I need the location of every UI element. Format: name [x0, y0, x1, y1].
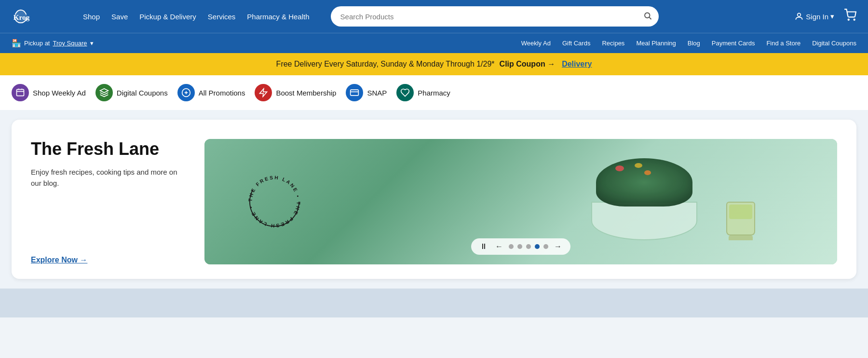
- carousel-dot-1[interactable]: [509, 244, 514, 249]
- carousel-next-button[interactable]: →: [552, 241, 564, 252]
- top-nav-right: Sign In ▾: [794, 9, 856, 24]
- top-navigation: Kroger Shop Save Pickup & Delivery Servi…: [0, 0, 868, 33]
- fresh-lane-circle: THE FRESH LANE • THE FRESH LANE •: [243, 170, 306, 233]
- pharmacy-icon: [396, 84, 414, 101]
- secondary-navigation: 🏪 Pickup at Troy Square ▾ Weekly Ad Gift…: [0, 33, 868, 53]
- weekly-ad-icon: [12, 84, 29, 101]
- sec-nav-digital-coupons[interactable]: Digital Coupons: [812, 40, 856, 47]
- nav-pickup-delivery[interactable]: Pickup & Delivery: [139, 13, 196, 21]
- digital-coupons-icon: [95, 84, 113, 101]
- svg-line-2: [649, 17, 651, 19]
- search-bar: [331, 6, 659, 27]
- svg-text:THE FRESH LANE • THE FRESH LAN: THE FRESH LANE • THE FRESH LANE •: [247, 175, 301, 228]
- bottom-bar: [0, 289, 868, 317]
- nav-pharmacy-health[interactable]: Pharmacy & Health: [247, 13, 309, 21]
- carousel-dot-3[interactable]: [526, 244, 531, 249]
- sec-nav-gift-cards[interactable]: Gift Cards: [562, 40, 591, 47]
- sec-nav-weekly-ad[interactable]: Weekly Ad: [521, 40, 551, 47]
- weekly-ad-label: Shop Weekly Ad: [33, 89, 86, 97]
- main-nav-links: Shop Save Pickup & Delivery Services Pha…: [83, 13, 310, 21]
- secondary-nav-links: Weekly Ad Gift Cards Recipes Meal Planni…: [521, 40, 856, 47]
- svg-marker-13: [260, 89, 267, 97]
- kroger-logo[interactable]: Kroger: [12, 7, 69, 26]
- search-button[interactable]: [643, 12, 652, 22]
- snap-label: SNAP: [367, 89, 387, 97]
- hero-image-area: THE FRESH LANE • THE FRESH LANE •: [204, 139, 837, 264]
- search-input[interactable]: [331, 6, 659, 27]
- sec-nav-find-store[interactable]: Find a Store: [766, 40, 800, 47]
- carousel-dot-4[interactable]: [535, 244, 540, 249]
- svg-point-3: [798, 13, 801, 16]
- location-name: Troy Square: [53, 40, 87, 47]
- promo-banner: Free Delivery Every Saturday, Sunday & M…: [0, 53, 868, 75]
- carousel-pause-button[interactable]: ⏸: [478, 241, 489, 252]
- promo-banner-text: Free Delivery Every Saturday, Sunday & M…: [276, 60, 495, 69]
- category-pills: Shop Weekly Ad Digital Coupons All Promo…: [0, 75, 868, 110]
- pill-pharmacy[interactable]: Pharmacy: [396, 84, 450, 101]
- svg-point-1: [645, 13, 650, 18]
- hero-description: Enjoy fresh recipes, cooking tips and mo…: [31, 167, 185, 189]
- hero-explore-link[interactable]: Explore Now →: [31, 256, 185, 264]
- carousel-dot-2[interactable]: [517, 244, 522, 249]
- all-promotions-label: All Promotions: [199, 89, 245, 97]
- delivery-link[interactable]: Delivery: [562, 60, 592, 69]
- carousel-controls: ⏸ ← →: [471, 238, 570, 255]
- sec-nav-blog[interactable]: Blog: [688, 40, 700, 47]
- pill-digital-coupons[interactable]: Digital Coupons: [95, 84, 168, 101]
- pill-snap[interactable]: SNAP: [346, 84, 387, 101]
- digital-coupons-label: Digital Coupons: [117, 89, 168, 97]
- boost-membership-label: Boost Membership: [276, 89, 336, 97]
- sec-nav-meal-planning[interactable]: Meal Planning: [636, 40, 676, 47]
- pharmacy-label: Pharmacy: [418, 89, 450, 97]
- nav-shop[interactable]: Shop: [83, 13, 100, 21]
- pill-boost-membership[interactable]: Boost Membership: [255, 84, 336, 101]
- boost-membership-icon: [255, 84, 272, 101]
- hero-text-area: The Fresh Lane Enjoy fresh recipes, cook…: [31, 139, 185, 264]
- all-promotions-icon: [177, 84, 195, 101]
- snap-icon: [346, 84, 363, 101]
- svg-rect-14: [351, 90, 359, 96]
- pill-shop-weekly-ad[interactable]: Shop Weekly Ad: [12, 84, 86, 101]
- main-content: The Fresh Lane Enjoy fresh recipes, cook…: [0, 110, 868, 289]
- pill-all-promotions[interactable]: All Promotions: [177, 84, 245, 101]
- clip-coupon-link[interactable]: Clip Coupon →: [500, 60, 556, 69]
- cart-icon[interactable]: [844, 9, 856, 24]
- carousel-dot-5[interactable]: [543, 244, 548, 249]
- location-chevron: ▾: [90, 40, 94, 47]
- store-icon: 🏪: [12, 39, 21, 48]
- carousel-prev-button[interactable]: ←: [493, 241, 505, 252]
- svg-point-5: [854, 19, 855, 20]
- nav-save[interactable]: Save: [111, 13, 128, 21]
- hero-title: The Fresh Lane: [31, 139, 185, 159]
- svg-rect-6: [17, 89, 24, 96]
- pickup-label: Pickup at: [24, 40, 50, 47]
- sec-nav-recipes[interactable]: Recipes: [602, 40, 624, 47]
- svg-text:Kroger: Kroger: [14, 13, 30, 21]
- svg-point-4: [848, 19, 849, 20]
- sign-in-button[interactable]: Sign In ▾: [794, 12, 834, 21]
- pickup-location-button[interactable]: 🏪 Pickup at Troy Square ▾: [12, 39, 94, 48]
- hero-card: The Fresh Lane Enjoy fresh recipes, cook…: [12, 120, 856, 279]
- sec-nav-payment-cards[interactable]: Payment Cards: [712, 40, 755, 47]
- nav-services[interactable]: Services: [208, 13, 236, 21]
